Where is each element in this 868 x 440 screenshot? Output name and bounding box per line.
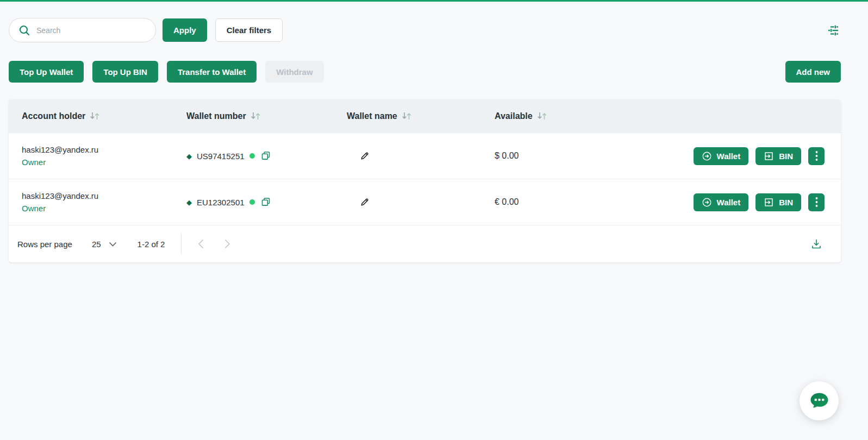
column-label: Wallet number xyxy=(186,111,246,121)
column-label: Account holder xyxy=(22,111,85,121)
column-label: Available xyxy=(495,111,533,121)
wallet-button[interactable]: Wallet xyxy=(694,147,749,165)
sliders-icon xyxy=(827,24,840,37)
column-header-account-holder[interactable]: Account holder xyxy=(22,111,186,121)
chat-bubble-icon xyxy=(808,389,830,412)
withdraw-button: Withdraw xyxy=(265,61,323,83)
column-header-available[interactable]: Available xyxy=(495,111,825,121)
pagination-bar: Rows per page 25 1-2 of 2 xyxy=(9,225,841,262)
wallet-name-cell xyxy=(347,150,495,162)
search-input[interactable] xyxy=(36,26,148,35)
arrow-square-right-icon xyxy=(764,197,774,208)
rows-per-page-select[interactable]: 25 xyxy=(92,240,117,249)
pagination-range: 1-2 of 2 xyxy=(138,240,165,249)
table-row: haski123@yandex.ru Owner ◆ EU12302501 xyxy=(9,179,841,225)
sort-icon xyxy=(251,112,261,120)
wallet-button-label: Wallet xyxy=(717,152,741,161)
next-page-button[interactable] xyxy=(218,236,237,252)
top-accent-bar xyxy=(0,0,868,2)
wallet-button-label: Wallet xyxy=(717,198,741,207)
search-box[interactable] xyxy=(9,18,156,42)
table-row: haski123@yandex.ru Owner ◆ US97415251 xyxy=(9,133,841,179)
copy-wallet-number-button[interactable] xyxy=(260,150,272,162)
kebab-icon xyxy=(815,150,818,161)
arrow-square-right-icon xyxy=(764,151,774,161)
status-dot-icon xyxy=(249,153,255,159)
actions-bar: Top Up Wallet Top Up BIN Transfer to Wal… xyxy=(9,61,841,83)
bin-button[interactable]: BIN xyxy=(755,147,801,165)
search-icon xyxy=(18,24,31,37)
chevron-left-icon xyxy=(198,239,204,249)
wallet-type-diamond-icon: ◆ xyxy=(186,199,192,206)
clear-filters-button[interactable]: Clear filters xyxy=(215,18,283,42)
chat-support-button[interactable] xyxy=(800,381,839,420)
row-menu-button[interactable] xyxy=(808,193,825,211)
wallet-type-diamond-icon: ◆ xyxy=(186,153,192,160)
account-holder-role: Owner xyxy=(22,204,186,213)
pencil-icon xyxy=(360,151,370,161)
divider xyxy=(181,233,182,255)
wallets-table: Account holder Wallet number Wallet name xyxy=(9,99,841,262)
copy-wallet-number-button[interactable] xyxy=(260,196,272,208)
filter-settings-button[interactable] xyxy=(826,23,841,38)
account-holder-cell: haski123@yandex.ru Owner xyxy=(22,191,186,213)
previous-page-button[interactable] xyxy=(191,236,210,252)
account-holder-email: haski123@yandex.ru xyxy=(22,145,186,154)
column-label: Wallet name xyxy=(347,111,397,121)
transfer-to-wallet-button[interactable]: Transfer to Wallet xyxy=(167,61,257,83)
arrow-circle-right-icon xyxy=(702,197,712,208)
table-header-row: Account holder Wallet number Wallet name xyxy=(9,99,841,133)
arrow-circle-right-icon xyxy=(702,151,712,161)
pencil-icon xyxy=(360,197,370,207)
bin-button-label: BIN xyxy=(779,152,793,161)
kebab-icon xyxy=(815,197,818,208)
account-holder-cell: haski123@yandex.ru Owner xyxy=(22,145,186,167)
column-header-wallet-number[interactable]: Wallet number xyxy=(186,111,347,121)
download-icon xyxy=(810,238,822,250)
download-button[interactable] xyxy=(808,236,825,252)
rows-per-page-value: 25 xyxy=(92,240,101,249)
rows-per-page-label: Rows per page xyxy=(17,240,72,249)
chevron-right-icon xyxy=(224,239,230,249)
copy-icon xyxy=(261,197,271,207)
chevron-down-icon xyxy=(109,242,117,247)
sort-icon xyxy=(537,112,547,120)
copy-icon xyxy=(261,151,271,161)
edit-wallet-name-button[interactable] xyxy=(359,150,371,162)
status-dot-icon xyxy=(249,199,255,205)
sort-icon xyxy=(402,112,412,120)
apply-button[interactable]: Apply xyxy=(163,18,207,42)
available-amount: € 0.00 xyxy=(495,197,694,207)
bin-button-label: BIN xyxy=(779,198,793,207)
top-up-bin-button[interactable]: Top Up BIN xyxy=(92,61,158,83)
wallet-number-cell: ◆ EU12302501 xyxy=(186,196,347,208)
filter-bar: Apply Clear filters xyxy=(9,18,841,42)
wallet-number-cell: ◆ US97415251 xyxy=(186,150,347,162)
wallet-number: EU12302501 xyxy=(197,198,245,207)
available-amount: $ 0.00 xyxy=(495,151,694,161)
row-actions: Wallet BIN xyxy=(694,193,825,211)
row-menu-button[interactable] xyxy=(808,147,825,165)
edit-wallet-name-button[interactable] xyxy=(359,196,371,208)
bin-button[interactable]: BIN xyxy=(755,193,801,211)
wallet-name-cell xyxy=(347,196,495,208)
wallet-number: US97415251 xyxy=(197,152,245,161)
account-holder-role: Owner xyxy=(22,158,186,167)
column-header-wallet-name[interactable]: Wallet name xyxy=(347,111,495,121)
add-new-button[interactable]: Add new xyxy=(785,61,841,83)
wallet-button[interactable]: Wallet xyxy=(694,193,749,211)
account-holder-email: haski123@yandex.ru xyxy=(22,191,186,200)
top-up-wallet-button[interactable]: Top Up Wallet xyxy=(9,61,84,83)
sort-icon xyxy=(90,112,100,120)
row-actions: Wallet BIN xyxy=(694,147,825,165)
